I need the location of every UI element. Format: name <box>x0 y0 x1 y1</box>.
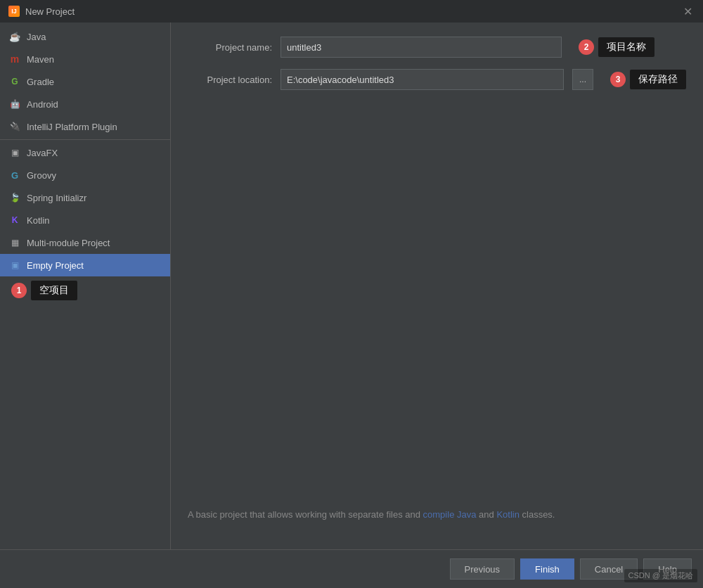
project-name-input[interactable] <box>280 37 562 58</box>
new-project-dialog: IJ New Project ✕ ☕ Java m Maven G Gradle <box>0 0 703 588</box>
sidebar-item-javafx[interactable]: ▣ JavaFX <box>0 141 170 164</box>
kotlin-icon: K <box>8 214 21 226</box>
sidebar-item-gradle[interactable]: G Gradle <box>0 70 170 93</box>
intellij-icon: 🔌 <box>8 120 21 133</box>
finish-button[interactable]: Finish <box>520 558 574 580</box>
highlight-java: Java <box>457 509 476 520</box>
javafx-icon: ▣ <box>8 146 21 159</box>
badge-1: 1 <box>11 283 27 298</box>
groovy-icon: G <box>8 169 21 181</box>
tooltip-2: 项目名称 <box>598 37 654 57</box>
sidebar-label-groovy: Groovy <box>27 170 56 181</box>
sidebar-label-multimodule: Multi-module Project <box>27 238 110 248</box>
description-text: A basic project that allows working with… <box>188 508 555 522</box>
close-button[interactable]: ✕ <box>681 4 695 18</box>
sidebar-label-gradle: Gradle <box>27 77 54 87</box>
project-location-row: Project location: ... 3 保存路径 <box>188 69 686 90</box>
badge-3: 3 <box>610 72 626 87</box>
sidebar-item-spring[interactable]: 🍃 Spring Initializr <box>0 186 170 209</box>
sidebar-separator <box>0 139 170 140</box>
dialog-title: New Project <box>25 6 675 17</box>
sidebar-label-maven: Maven <box>27 54 54 65</box>
empty-project-icon: ▣ <box>8 259 21 271</box>
sidebar-item-java[interactable]: ☕ Java <box>0 25 170 48</box>
sidebar-label-empty: Empty Project <box>27 260 84 271</box>
sidebar-item-android[interactable]: 🤖 Android <box>0 93 170 115</box>
sidebar-label-spring: Spring Initializr <box>27 193 86 203</box>
sidebar-item-multimodule[interactable]: ▦ Multi-module Project <box>0 231 170 254</box>
gradle-icon: G <box>8 75 21 88</box>
right-panel: Project name: 2 项目名称 Project location: .… <box>171 23 703 549</box>
sidebar: ☕ Java m Maven G Gradle 🤖 Android 🔌 Inte… <box>0 23 171 549</box>
form-section: Project name: 2 项目名称 Project location: .… <box>188 37 686 90</box>
sidebar-item-groovy[interactable]: G Groovy <box>0 164 170 186</box>
tooltip-1: 空项目 <box>31 281 77 300</box>
project-location-input[interactable] <box>280 69 564 90</box>
annotation-2-area: 2 项目名称 <box>576 37 654 57</box>
project-name-row: Project name: 2 项目名称 <box>188 37 686 58</box>
highlight-compile: compile <box>423 509 455 520</box>
project-name-label: Project name: <box>188 42 272 53</box>
badge-2: 2 <box>579 39 594 55</box>
watermark: CSDN @ 是烟花哈 <box>624 569 697 582</box>
main-content: ☕ Java m Maven G Gradle 🤖 Android 🔌 Inte… <box>0 23 703 549</box>
maven-icon: m <box>8 53 21 65</box>
bottom-bar: Previous Finish Cancel Help <box>0 549 703 588</box>
sidebar-label-java: Java <box>27 32 46 42</box>
description-area: A basic project that allows working with… <box>188 90 686 535</box>
app-icon: IJ <box>8 6 20 17</box>
sidebar-item-maven[interactable]: m Maven <box>0 48 170 70</box>
sidebar-label-android: Android <box>27 99 58 110</box>
java-icon: ☕ <box>8 30 21 43</box>
annotation-3-area: 3 保存路径 <box>607 70 686 89</box>
previous-button[interactable]: Previous <box>450 558 515 580</box>
android-icon: 🤖 <box>8 98 21 110</box>
sidebar-label-intellij: IntelliJ Platform Plugin <box>27 122 117 132</box>
title-bar: IJ New Project ✕ <box>0 0 703 23</box>
sidebar-item-empty[interactable]: ▣ Empty Project <box>0 254 170 276</box>
sidebar-label-kotlin: Kotlin <box>27 215 50 226</box>
browse-button[interactable]: ... <box>572 69 593 90</box>
spring-icon: 🍃 <box>8 191 21 204</box>
sidebar-item-kotlin[interactable]: K Kotlin <box>0 209 170 231</box>
project-location-label: Project location: <box>188 75 272 85</box>
sidebar-item-intellij[interactable]: 🔌 IntelliJ Platform Plugin <box>0 115 170 138</box>
sidebar-label-javafx: JavaFX <box>27 148 58 158</box>
annotation-1-area: 1 空项目 <box>0 276 170 305</box>
multimodule-icon: ▦ <box>8 236 21 249</box>
highlight-kotlin: Kotlin <box>496 509 520 520</box>
tooltip-3: 保存路径 <box>630 70 686 89</box>
